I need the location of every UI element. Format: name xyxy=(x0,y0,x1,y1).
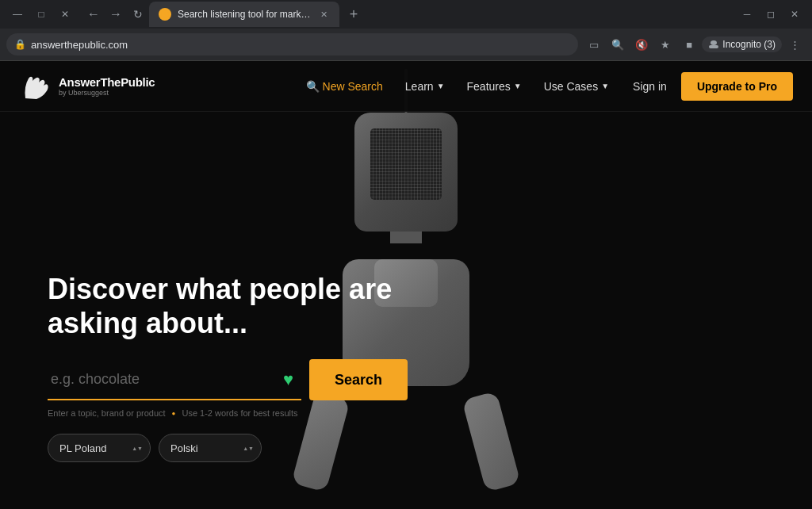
incognito-icon xyxy=(708,39,719,50)
svg-point-0 xyxy=(161,10,169,18)
features-nav-link[interactable]: Features ▼ xyxy=(458,74,531,99)
back-button[interactable]: ← xyxy=(82,3,105,25)
window-maximize-button[interactable]: □ xyxy=(30,3,52,25)
incognito-label: Incognito (3) xyxy=(722,39,776,50)
learn-nav-link[interactable]: Learn ▼ xyxy=(396,74,454,99)
country-select-wrap: PL Poland UK US xyxy=(48,434,151,462)
new-tab-button[interactable]: + xyxy=(343,3,365,25)
reading-list-icon[interactable]: ■ xyxy=(678,33,700,55)
search-container: ♥ Search xyxy=(48,359,476,400)
search-button[interactable]: Search xyxy=(309,359,408,400)
heart-icon: ♥ xyxy=(283,369,293,390)
svg-point-1 xyxy=(710,40,717,45)
zoom-icon[interactable]: 🔍 xyxy=(607,33,629,55)
hero-text-block: Discover what people are asking about...… xyxy=(48,272,476,462)
dropdown-row: PL Poland UK US Polski English xyxy=(48,434,476,462)
features-chevron-icon: ▼ xyxy=(514,82,522,90)
win-close-right[interactable]: ✕ xyxy=(783,3,806,25)
mute-icon[interactable]: 🔇 xyxy=(630,33,653,55)
logo-name: AnswerThePublic xyxy=(59,75,155,89)
tab-favicon xyxy=(159,8,171,21)
use-cases-label: Use Cases xyxy=(544,80,598,93)
learn-chevron-icon: ▼ xyxy=(437,82,445,90)
hint-separator: ● xyxy=(172,410,176,417)
win-minimize-right[interactable]: ─ xyxy=(736,3,758,25)
lock-icon: 🔒 xyxy=(14,39,26,50)
menu-icon[interactable]: ⋮ xyxy=(783,33,806,55)
cast-icon[interactable]: ▭ xyxy=(583,33,605,55)
svg-rect-2 xyxy=(709,45,718,48)
incognito-badge: Incognito (3) xyxy=(702,36,782,52)
features-label: Features xyxy=(467,80,511,93)
tab-close-button[interactable]: ✕ xyxy=(317,8,330,21)
forward-button[interactable]: → xyxy=(105,3,127,25)
bookmark-icon[interactable]: ★ xyxy=(654,33,676,55)
language-select-wrap: Polski English xyxy=(159,434,262,462)
search-input[interactable] xyxy=(48,359,301,400)
window-close-button[interactable]: ✕ xyxy=(54,3,76,25)
logo-area: AnswerThePublic by Ubersuggest xyxy=(19,71,155,102)
search-hints: Enter a topic, brand or product ● Use 1-… xyxy=(48,408,476,418)
tab-title: Search listening tool for market... xyxy=(178,9,311,20)
site-navigation: AnswerThePublic by Ubersuggest 🔍 New Sea… xyxy=(0,61,812,112)
browser-toolbar: 🔒 answerthepublic.com ▭ 🔍 🔇 ★ ■ Incognit… xyxy=(0,29,812,60)
refresh-button[interactable]: ↻ xyxy=(127,3,149,25)
new-search-label: New Search xyxy=(323,80,383,93)
win-restore-right[interactable]: ◻ xyxy=(760,3,782,25)
hero-section: Discover what people are asking about...… xyxy=(0,61,812,509)
address-bar[interactable]: 🔒 answerthepublic.com xyxy=(6,33,578,55)
country-select[interactable]: PL Poland UK US xyxy=(48,434,151,462)
nav-links: 🔍 New Search Learn ▼ Features ▼ Use Case… xyxy=(297,72,793,101)
language-select[interactable]: Polski English xyxy=(159,434,262,462)
new-search-nav-link[interactable]: 🔍 New Search xyxy=(297,74,393,99)
learn-label: Learn xyxy=(405,80,434,93)
use-cases-nav-link[interactable]: Use Cases ▼ xyxy=(534,74,619,99)
browser-chrome: — □ ✕ ← → ↻ Search listening tool for ma… xyxy=(0,0,812,61)
hero-heading: Discover what people are asking about... xyxy=(48,272,476,340)
browser-tab[interactable]: Search listening tool for market... ✕ xyxy=(149,2,339,27)
hint-1: Enter a topic, brand or product xyxy=(48,408,166,418)
logo-sub: by Ubersuggest xyxy=(59,89,155,97)
upgrade-button[interactable]: Upgrade to Pro xyxy=(681,72,793,101)
search-nav-icon: 🔍 xyxy=(306,80,320,93)
sign-in-button[interactable]: Sign in xyxy=(622,74,678,99)
site-content: AnswerThePublic by Ubersuggest 🔍 New Sea… xyxy=(0,61,812,509)
window-minimize-button[interactable]: — xyxy=(6,3,29,25)
search-input-wrap: ♥ xyxy=(48,359,301,400)
use-cases-chevron-icon: ▼ xyxy=(601,82,609,90)
address-text: answerthepublic.com xyxy=(31,39,128,51)
logo-icon xyxy=(19,71,51,102)
hint-2: Use 1-2 words for best results xyxy=(182,408,297,418)
